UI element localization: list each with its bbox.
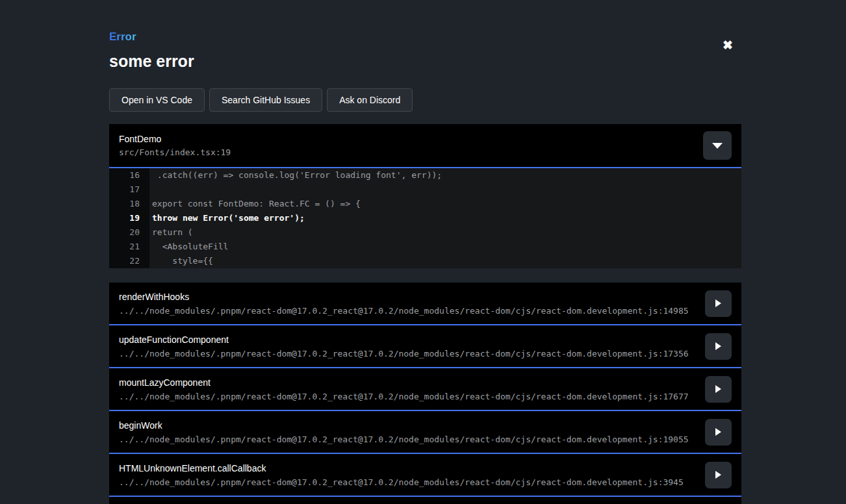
code-line: 18export const FontDemo: React.FC = () =… — [109, 197, 741, 211]
line-number: 16 — [109, 168, 149, 183]
code-line: 17 — [109, 183, 741, 197]
stack-frame-location: ../../node_modules/.pnpm/react-dom@17.0.… — [119, 477, 705, 487]
stack-frame-location: ../../node_modules/.pnpm/react-dom@17.0.… — [119, 435, 705, 444]
source-location: src/Fonts/index.tsx:19 — [119, 147, 703, 157]
open-stack-frame-button[interactable] — [705, 419, 732, 446]
function-name: FontDemo — [119, 134, 703, 144]
code-line: 16 .catch((err) => console.log('Error lo… — [109, 168, 741, 183]
stack-frame: mountLazyComponent../../node_modules/.pn… — [109, 368, 741, 411]
open-stack-frame-button[interactable] — [705, 333, 732, 360]
line-number: 17 — [109, 183, 149, 197]
code-frame-panel: FontDemo src/Fonts/index.tsx:19 16 .catc… — [109, 124, 741, 268]
stack-frame-name: beginWork — [119, 420, 705, 431]
code-frame-meta: FontDemo src/Fonts/index.tsx:19 — [119, 134, 703, 157]
stack-frame-partial — [109, 497, 741, 504]
line-number: 19 — [109, 211, 149, 225]
stack-frame: updateFunctionComponent../../node_module… — [109, 325, 741, 368]
action-button-row: Open in VS Code Search GitHub Issues Ask… — [109, 88, 741, 112]
stack-frame-location: ../../node_modules/.pnpm/react-dom@17.0.… — [119, 349, 705, 359]
code-text: <AbsoluteFill — [149, 240, 741, 254]
code-frame-header: FontDemo src/Fonts/index.tsx:19 — [109, 124, 741, 168]
search-github-issues-button[interactable]: Search GitHub Issues — [209, 88, 322, 112]
line-number: 20 — [109, 225, 149, 240]
stack-frame: renderWithHooks../../node_modules/.pnpm/… — [109, 283, 741, 325]
code-line: 22 style={{ — [109, 254, 741, 268]
code-line-highlighted: 19throw new Error('some error'); — [109, 211, 741, 225]
stack-frame-name: updateFunctionComponent — [119, 334, 705, 345]
play-icon — [715, 428, 721, 436]
stack-frame: beginWork../../node_modules/.pnpm/react-… — [109, 411, 741, 454]
code-line: 20return ( — [109, 225, 741, 240]
open-stack-frame-button[interactable] — [705, 290, 732, 317]
play-icon — [715, 385, 721, 393]
stack-trace-list: renderWithHooks../../node_modules/.pnpm/… — [109, 283, 741, 504]
code-text: export const FontDemo: React.FC = () => … — [149, 197, 741, 211]
code-text: .catch((err) => console.log('Error loadi… — [149, 168, 741, 183]
stack-frame-name: renderWithHooks — [119, 292, 705, 302]
stack-frame-info: updateFunctionComponent../../node_module… — [119, 334, 705, 359]
play-icon — [715, 471, 721, 479]
error-message: some error — [109, 52, 741, 71]
line-number: 22 — [109, 254, 149, 268]
code-text: style={{ — [149, 254, 741, 268]
code-text: throw new Error('some error'); — [149, 211, 741, 225]
open-in-vscode-button[interactable]: Open in VS Code — [109, 88, 205, 112]
stack-frame-name: mountLazyComponent — [119, 377, 705, 388]
stack-frame: HTMLUnknownElement.callCallback../../nod… — [109, 454, 741, 497]
open-stack-frame-button[interactable] — [705, 462, 732, 488]
error-overlay-page: { "colors": { "page_background": "#1f242… — [0, 0, 846, 504]
stack-frame-location: ../../node_modules/.pnpm/react-dom@17.0.… — [119, 306, 705, 316]
stack-frame-info: renderWithHooks../../node_modules/.pnpm/… — [119, 292, 705, 316]
stack-frame-location: ../../node_modules/.pnpm/react-dom@17.0.… — [119, 392, 705, 401]
line-number: 21 — [109, 240, 149, 254]
code-listing: 16 .catch((err) => console.log('Error lo… — [109, 168, 741, 268]
ask-on-discord-button[interactable]: Ask on Discord — [327, 88, 413, 112]
error-overlay-content: Error some error Open in VS Code Search … — [109, 0, 741, 504]
error-type-label: Error — [109, 31, 136, 44]
code-text: return ( — [149, 225, 741, 240]
code-line: 21 <AbsoluteFill — [109, 240, 741, 254]
stack-frame-info: HTMLUnknownElement.callCallback../../nod… — [119, 463, 705, 487]
stack-frame-name: HTMLUnknownElement.callCallback — [119, 463, 705, 473]
collapse-code-frame-button[interactable] — [703, 131, 732, 160]
stack-frame-info: mountLazyComponent../../node_modules/.pn… — [119, 377, 705, 401]
line-number: 18 — [109, 197, 149, 211]
open-stack-frame-button[interactable] — [705, 376, 732, 403]
play-icon — [715, 299, 721, 307]
code-text — [149, 183, 741, 197]
chevron-down-icon — [712, 143, 723, 149]
stack-frame-info: beginWork../../node_modules/.pnpm/react-… — [119, 420, 705, 444]
play-icon — [715, 342, 721, 350]
